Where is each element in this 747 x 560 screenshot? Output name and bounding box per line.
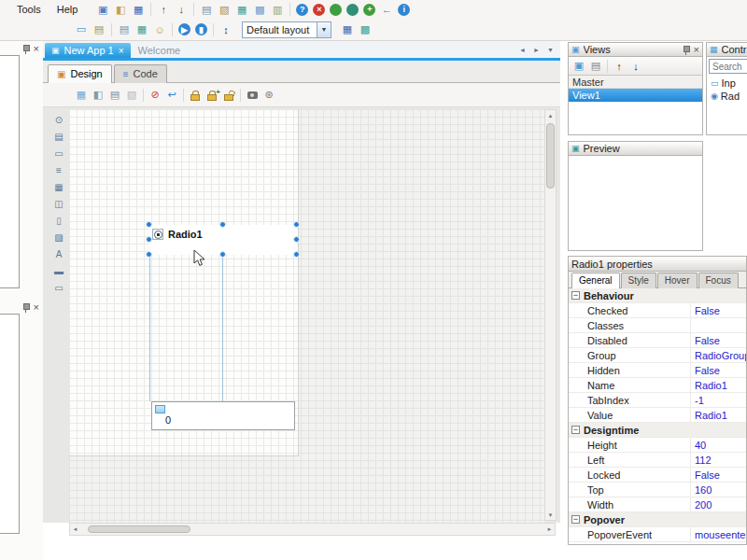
scroll-left-icon[interactable]: ◄ [70, 525, 80, 535]
info-icon[interactable]: i [398, 4, 410, 16]
close-icon[interactable]: × [34, 45, 39, 53]
canvas-horizontal-scrollbar[interactable]: ◄ ► [69, 523, 556, 536]
views-list-header[interactable]: Master [569, 76, 702, 89]
paste-icon[interactable]: ▧ [216, 2, 233, 17]
property-value-left[interactable]: 112 [690, 453, 746, 467]
collapse-icon[interactable]: − [571, 515, 580, 524]
property-value-hidden[interactable]: False [690, 363, 746, 377]
table-palette-icon[interactable]: ▦ [50, 180, 67, 194]
close-app-icon[interactable]: × [313, 4, 325, 16]
property-value-height[interactable]: 40 [690, 438, 746, 452]
show-grid-icon[interactable]: ▦ [73, 88, 90, 103]
move-view-up-icon[interactable]: ↑ [611, 59, 627, 74]
sort-icon[interactable]: ↕ [218, 22, 234, 37]
grid-icon[interactable]: ▦ [134, 22, 150, 37]
snapshot-camera-icon[interactable] [244, 88, 261, 103]
lock-icon[interactable] [187, 88, 204, 103]
chevron-down-icon[interactable]: ▼ [317, 22, 331, 37]
web-icon[interactable] [330, 4, 342, 16]
tab-scroll-right-icon[interactable]: ► [530, 43, 543, 56]
tab-design[interactable]: ▣Design [48, 64, 112, 83]
tab-scroll-left-icon[interactable]: ◄ [516, 43, 529, 56]
scroll-down-icon[interactable]: ▼ [545, 510, 556, 520]
design-surface[interactable]: Radio1 0 [69, 109, 544, 523]
scrollbar-thumb[interactable] [88, 525, 190, 533]
form-icon[interactable]: ▭ [50, 147, 67, 161]
paste-controls-icon[interactable]: ▧ [123, 88, 140, 103]
report-icon[interactable]: ▥ [269, 2, 286, 17]
docked-list-bottom[interactable] [0, 314, 20, 534]
close-tab-icon[interactable]: × [119, 47, 124, 55]
canvas-vertical-scrollbar[interactable]: ▲ ▼ [544, 109, 557, 521]
scroll-right-icon[interactable]: ► [544, 525, 555, 535]
new-app-icon[interactable]: ▣ [94, 2, 111, 17]
selection-handle-bottom-right[interactable] [293, 251, 300, 258]
control-item-radio[interactable]: ◉Rad [707, 90, 747, 103]
disable-icon[interactable]: ⊘ [147, 88, 163, 103]
help-icon[interactable]: ? [296, 4, 308, 16]
tab-code[interactable]: ≡Code [114, 64, 167, 83]
move-down-icon[interactable]: ↓ [173, 2, 190, 17]
zoom-icon[interactable]: ⊙ [50, 113, 67, 127]
selection-handle-middle-left[interactable] [146, 236, 152, 243]
selection-handle-bottom-center[interactable] [219, 251, 226, 258]
web-alt-icon[interactable] [346, 4, 359, 16]
grid-layout-icon[interactable]: ▩ [357, 22, 374, 37]
theme-icon[interactable]: ☺ [151, 22, 168, 37]
menu-help[interactable]: Help [49, 2, 86, 17]
open-app-icon[interactable]: ◧ [112, 2, 129, 17]
split-icon[interactable]: ◫ [50, 197, 67, 211]
save-app-icon[interactable]: ▦ [130, 2, 147, 17]
properties-tab-focus[interactable]: Focus [698, 273, 739, 288]
copy-icon[interactable]: ▤ [198, 2, 215, 17]
selection-handle-bottom-left[interactable] [146, 251, 152, 258]
options-gear-icon[interactable]: ⊛ [261, 88, 277, 103]
move-up-icon[interactable]: ↑ [155, 2, 172, 17]
properties-tab-general[interactable]: General [571, 273, 620, 288]
properties-tab-hover[interactable]: Hover [657, 273, 698, 288]
pin-icon[interactable] [682, 45, 690, 55]
run-icon[interactable]: ▶ [178, 23, 190, 35]
close-icon[interactable]: × [34, 303, 39, 312]
undo-icon[interactable]: ↩ [163, 88, 180, 103]
list-icon[interactable]: ≡ [50, 163, 67, 177]
menu-tools[interactable]: Tools [9, 2, 49, 17]
text-icon[interactable]: A [50, 247, 67, 261]
selection-handle-top-right[interactable] [293, 221, 300, 228]
selection-handle-top-center[interactable] [219, 221, 226, 228]
number-widget[interactable]: 0 [151, 401, 295, 430]
property-value-disabled[interactable]: False [690, 333, 746, 347]
button-icon[interactable]: ▬ [50, 264, 67, 278]
add-icon[interactable]: + [363, 4, 375, 16]
pin-icon[interactable] [21, 44, 30, 54]
selection-handle-middle-right[interactable] [293, 236, 300, 243]
view-item-view1[interactable]: View1 [569, 89, 702, 102]
property-value-value[interactable]: Radio1 [690, 408, 746, 422]
lock-add-icon[interactable] [204, 88, 220, 103]
tab-welcome[interactable]: Welcome [132, 43, 188, 58]
scroll-up-icon[interactable]: ▲ [545, 110, 556, 120]
pages-icon[interactable]: ▤ [116, 22, 133, 37]
scrollbar-thumb[interactable] [546, 123, 555, 189]
property-value-checked[interactable]: False [690, 303, 746, 317]
search-input[interactable] [709, 59, 747, 74]
collapse-icon[interactable]: − [571, 291, 580, 300]
property-value-group[interactable]: RadioGroup [690, 348, 746, 362]
layout-combo[interactable]: Default layout ▼ [242, 21, 331, 38]
components-icon[interactable]: ▦ [233, 2, 250, 17]
tab-list-icon[interactable]: ▼ [544, 43, 557, 56]
collapse-icon[interactable]: − [571, 426, 580, 434]
property-value-width[interactable]: 200 [690, 497, 746, 511]
panel-icon[interactable]: ▯ [50, 214, 67, 228]
docked-list-top[interactable] [0, 55, 20, 288]
property-value-top[interactable]: 160 [690, 483, 746, 497]
property-value-locked[interactable]: False [690, 468, 746, 482]
preview-monitor-icon[interactable]: ▭ [73, 22, 90, 37]
add-view-icon[interactable]: ▣ [571, 59, 587, 74]
pin-icon[interactable] [21, 302, 30, 313]
property-value-classes[interactable] [690, 318, 746, 332]
select-mode-icon[interactable]: ◧ [90, 88, 106, 103]
properties-tab-style[interactable]: Style [621, 273, 656, 288]
selection-handle-top-left[interactable] [146, 221, 152, 228]
view-options-icon[interactable]: ▤ [587, 59, 604, 74]
